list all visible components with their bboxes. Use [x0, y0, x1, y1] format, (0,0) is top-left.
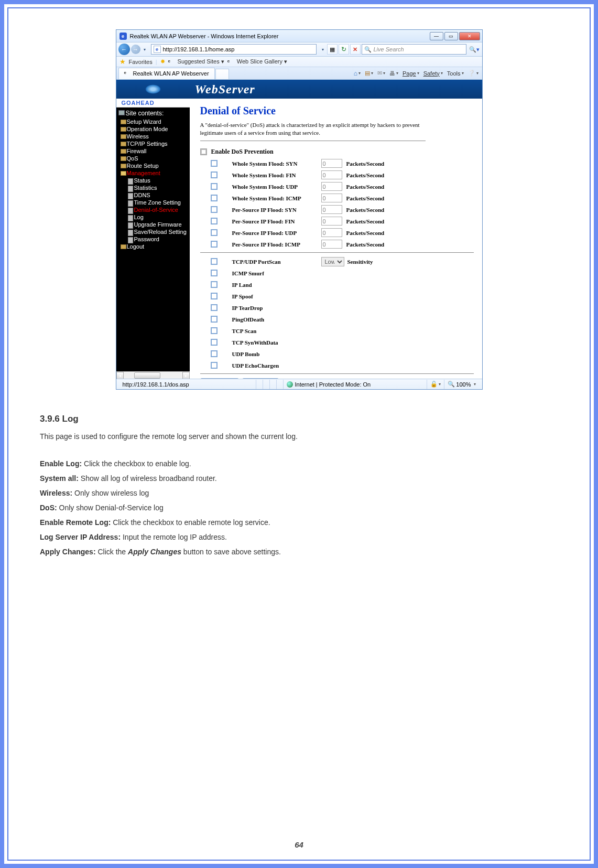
- page-viewport: WebServer GOAHEAD Site contents: Setup W…: [116, 80, 482, 379]
- scroll-thumb[interactable]: [134, 372, 160, 379]
- dos-form: Enable DoS Prevention Whole System Flood…: [200, 146, 474, 379]
- nav-timezone[interactable]: Time Zone Setting: [118, 199, 190, 206]
- doc-line-3: DoS: Only show Denial-of-Service log: [40, 501, 558, 515]
- flag-checkbox-5[interactable]: [211, 327, 218, 334]
- nav-management[interactable]: Management: [118, 169, 190, 177]
- safety-menu[interactable]: Safety▾: [422, 70, 444, 77]
- tab-active[interactable]: e Realtek WLAN AP Webserver: [118, 68, 215, 79]
- flag-label-8: UDP EchoChargen: [232, 362, 279, 369]
- rate-input-0[interactable]: [321, 159, 342, 168]
- flag-checkbox-7[interactable]: [211, 350, 218, 357]
- rate-input-3[interactable]: [321, 194, 342, 202]
- rate-checkbox-2[interactable]: [211, 183, 218, 190]
- doc-heading: 3.9.6 Log: [40, 411, 558, 427]
- page-icon: e: [154, 46, 161, 53]
- mail-icon[interactable]: ✉▾: [376, 70, 387, 77]
- rate-checkbox-0[interactable]: [211, 160, 218, 167]
- flag-checkbox-3[interactable]: [211, 304, 218, 311]
- back-button[interactable]: ←: [118, 44, 130, 55]
- search-box[interactable]: 🔍 Live Search: [362, 44, 466, 55]
- print-icon[interactable]: 🖶▾: [388, 70, 400, 77]
- nav-tcpip[interactable]: TCP/IP Settings: [118, 140, 190, 147]
- nav-dos[interactable]: Denial-of-Service: [118, 206, 190, 213]
- stop-button[interactable]: ✕: [350, 44, 361, 55]
- maximize-button[interactable]: ▭: [444, 32, 458, 40]
- rate-input-4[interactable]: [321, 205, 342, 214]
- sidebar-scrollbar[interactable]: ◂ ▸: [116, 371, 190, 379]
- flag-label-2: IP Spoof: [232, 293, 253, 299]
- nav-password[interactable]: Password: [118, 235, 190, 243]
- portscan-checkbox[interactable]: [211, 258, 218, 265]
- nav-ddns[interactable]: DDNS: [118, 191, 190, 199]
- tools-menu[interactable]: TToolsools▾: [445, 70, 465, 77]
- rate-input-6[interactable]: [321, 228, 342, 237]
- rate-checkbox-6[interactable]: [211, 229, 218, 236]
- nav-toolbar: ← → ▾ e http://192.168.1.1/home.asp ▾ ▦ …: [116, 42, 482, 57]
- nav-firewall[interactable]: Firewall: [118, 147, 190, 155]
- rate-checkbox-1[interactable]: [211, 172, 218, 178]
- search-go-icon[interactable]: 🔍▾: [469, 44, 480, 55]
- address-bar[interactable]: e http://192.168.1.1/home.asp: [151, 44, 317, 55]
- nav-save-reload[interactable]: Save/Reload Setting: [118, 228, 190, 235]
- nav-status[interactable]: Status: [118, 177, 190, 184]
- nav-route-setup[interactable]: Route Setup: [118, 162, 190, 169]
- zoom-control[interactable]: 🔍100% ▾: [444, 380, 479, 389]
- suggested-sites-link[interactable]: Suggested Sites ▾: [178, 58, 224, 65]
- nav-statistics[interactable]: Statistics: [118, 184, 190, 191]
- nav-log[interactable]: Log: [118, 213, 190, 221]
- nav-upgrade[interactable]: Upgrade Firmware: [118, 221, 190, 228]
- scroll-left-icon[interactable]: ◂: [116, 372, 124, 379]
- nav-operation-mode[interactable]: Operation Mode: [118, 125, 190, 133]
- protected-mode-icon[interactable]: 🔓▾: [427, 380, 444, 389]
- forward-button[interactable]: →: [131, 45, 140, 54]
- refresh-button[interactable]: ↻: [339, 44, 349, 55]
- rate-input-7[interactable]: [321, 240, 342, 249]
- nav-wireless[interactable]: Wireless: [118, 133, 190, 140]
- nav-qos[interactable]: QoS: [118, 155, 190, 162]
- rate-checkbox-3[interactable]: [211, 195, 218, 201]
- home-icon[interactable]: ⌂▾: [352, 70, 362, 77]
- flag-checkbox-6[interactable]: [211, 339, 218, 346]
- flag-checkbox-2[interactable]: [211, 293, 218, 299]
- fav-add-icon[interactable]: ✸: [160, 58, 165, 65]
- compat-view-button[interactable]: ▦: [327, 44, 338, 55]
- doc-apply-line: Apply Changes: Click the Apply Changes b…: [40, 545, 558, 559]
- app-sidebar: GOAHEAD Site contents: Setup Wizard Oper…: [116, 99, 190, 379]
- rate-input-1[interactable]: [321, 170, 342, 179]
- enable-dos-checkbox[interactable]: [200, 148, 207, 155]
- rate-unit-7: Packets/Second: [346, 241, 385, 248]
- flag-checkbox-8[interactable]: [211, 362, 218, 369]
- page-menu[interactable]: Page▾: [401, 70, 421, 77]
- scroll-right-icon[interactable]: ▸: [182, 372, 190, 379]
- rate-label-0: Whole System Flood: SYN: [232, 160, 321, 167]
- rate-checkbox-4[interactable]: [211, 206, 218, 213]
- feeds-icon[interactable]: ▤▾: [363, 70, 375, 77]
- clear-all-button[interactable]: Clear ALL: [242, 378, 279, 379]
- portscan-select[interactable]: Low: [321, 257, 344, 266]
- web-slice-link[interactable]: Web Slice Gallery ▾: [237, 58, 287, 65]
- flag-checkbox-1[interactable]: [211, 281, 218, 288]
- favorites-star-icon[interactable]: ★: [119, 58, 126, 66]
- rate-input-5[interactable]: [321, 217, 342, 226]
- nav-logout[interactable]: Logout: [118, 243, 190, 250]
- select-all-button[interactable]: Select ALL: [200, 378, 240, 379]
- rate-unit-6: Packets/Second: [346, 230, 385, 236]
- ie-icon: e: [119, 33, 127, 40]
- close-button[interactable]: ✕: [459, 32, 480, 40]
- address-url: http://192.168.1.1/home.asp: [163, 46, 235, 52]
- help-icon[interactable]: ❔▾: [466, 70, 480, 77]
- rate-checkbox-5[interactable]: [211, 218, 218, 224]
- favorites-label[interactable]: Favorites: [129, 59, 153, 65]
- dos-title: Denial of Service: [200, 105, 474, 117]
- browser-window: e Realtek WLAN AP Webserver - Windows In…: [116, 29, 483, 390]
- rate-checkbox-7[interactable]: [211, 241, 218, 248]
- minimize-button[interactable]: —: [430, 32, 443, 40]
- nav-setup-wizard[interactable]: Setup Wizard: [118, 118, 190, 125]
- flag-checkbox-0[interactable]: [211, 270, 218, 276]
- address-dropdown-icon[interactable]: ▾: [320, 47, 326, 52]
- page-number: 64: [8, 840, 590, 849]
- history-dropdown-icon[interactable]: ▾: [142, 47, 148, 52]
- new-tab-button[interactable]: [215, 69, 229, 79]
- rate-input-2[interactable]: [321, 182, 342, 191]
- flag-checkbox-4[interactable]: [211, 316, 218, 323]
